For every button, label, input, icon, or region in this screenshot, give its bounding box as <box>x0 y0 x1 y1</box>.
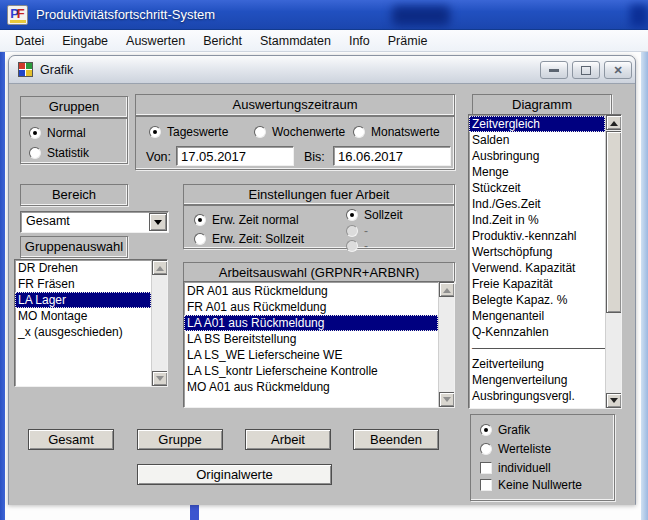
list-item[interactable]: Mengenanteil <box>469 308 605 324</box>
radio-icon[interactable] <box>480 443 492 455</box>
menu-item[interactable]: Info <box>340 31 379 51</box>
menu-item[interactable]: Eingabe <box>53 31 117 51</box>
list-item[interactable]: Produktiv.-kennzahl <box>469 228 605 244</box>
list-item[interactable]: Menge <box>469 164 605 180</box>
radio-option[interactable]: Tageswerte <box>149 125 228 139</box>
radio-option[interactable]: Erw. Zeit: Sollzeit <box>194 232 304 246</box>
background-artifact <box>190 505 199 520</box>
main-titlebar: PF Produktivitätsfortschritt-System <box>0 0 648 30</box>
list-item[interactable]: LA LS_kontr Lieferscheine Kontrolle <box>184 363 438 379</box>
beenden-button[interactable]: Beenden <box>353 429 439 450</box>
radio-icon[interactable] <box>29 127 41 139</box>
radio-option[interactable]: Werteliste <box>480 442 551 456</box>
list-item[interactable]: Ind./Ges.Zeit <box>469 196 605 212</box>
radio-option[interactable]: Statistik <box>29 146 89 160</box>
gruppenauswahl-scrollbar[interactable] <box>151 260 167 386</box>
list-item[interactable]: LA A01 aus Rückmeldung <box>184 315 438 331</box>
app-icon-decoration <box>10 20 26 23</box>
radio-icon[interactable] <box>194 233 206 245</box>
radio-icon[interactable] <box>29 147 41 159</box>
list-item[interactable]: LA Lager <box>15 292 151 308</box>
list-item[interactable]: Salden <box>469 132 605 148</box>
arbeit-button[interactable]: Arbeit <box>245 429 331 450</box>
scrollbar-thumb[interactable] <box>606 131 622 313</box>
radio-option[interactable]: Grafik <box>480 423 530 437</box>
radio-icon[interactable] <box>353 126 365 138</box>
option-label: Werteliste <box>498 442 551 456</box>
scroll-down-button[interactable] <box>439 392 455 407</box>
radio-icon[interactable] <box>346 240 358 252</box>
von-date-input[interactable] <box>176 146 294 166</box>
radio-icon[interactable] <box>346 225 358 237</box>
originalwerte-button[interactable]: Originalwerte <box>137 464 332 485</box>
list-item[interactable]: Verwend. Kapazität <box>469 260 605 276</box>
list-item[interactable]: LA LS_WE Lieferscheine WE <box>184 347 438 363</box>
checkbox-icon[interactable] <box>480 462 492 474</box>
radio-option[interactable]: Erw. Zeit normal <box>194 213 299 227</box>
maximize-button[interactable] <box>572 61 600 79</box>
radio-option[interactable]: - <box>346 224 368 238</box>
radio-option[interactable]: Sollzeit <box>346 208 403 222</box>
scroll-up-button[interactable] <box>439 282 455 297</box>
grafik-titlebar[interactable]: Grafik ✕ <box>9 56 635 84</box>
list-item[interactable]: LA BS Bereitstellung <box>184 331 438 347</box>
grafik-window-icon <box>18 62 33 77</box>
radio-icon[interactable] <box>254 126 266 138</box>
list-item[interactable]: DR Drehen <box>15 260 151 276</box>
diagramm-listbox[interactable]: ZeitvergleichSaldenAusbringungMengeStück… <box>468 114 622 409</box>
list-item[interactable]: MO A01 aus Rückmeldung <box>184 379 438 395</box>
einstellungen-panel: Erw. Zeit normalErw. Zeit: Sollzeit Soll… <box>183 205 455 249</box>
radio-option[interactable]: Wochenwerte <box>254 125 345 139</box>
scroll-down-button[interactable] <box>606 393 622 408</box>
scroll-up-button[interactable] <box>606 115 622 130</box>
diagramm-scrollbar[interactable] <box>605 115 621 408</box>
arbeitsauswahl-scrollbar[interactable] <box>438 282 454 407</box>
menu-item[interactable]: Stammdaten <box>251 31 340 51</box>
option-label: - <box>364 224 368 238</box>
gruppenauswahl-listbox[interactable]: DR DrehenFR FräsenLA LagerMO Montage_x (… <box>14 259 168 387</box>
bis-date-input[interactable] <box>333 146 451 166</box>
radio-icon[interactable] <box>480 424 492 436</box>
minimize-button[interactable] <box>540 61 568 79</box>
radio-icon[interactable] <box>194 214 206 226</box>
radio-option[interactable]: - <box>346 239 368 253</box>
window-frame-left <box>0 52 5 520</box>
list-item[interactable]: Ind.Zeit in % <box>469 212 605 228</box>
list-item[interactable]: Freie Kapazität <box>469 276 605 292</box>
list-item[interactable]: Ausbringung <box>469 148 605 164</box>
list-item[interactable]: DR A01 aus Rückmeldung <box>184 283 438 299</box>
list-item[interactable]: Belegte Kapaz. % <box>469 292 605 308</box>
radio-option[interactable]: Normal <box>29 126 86 140</box>
radio-icon[interactable] <box>346 209 358 221</box>
close-button[interactable]: ✕ <box>604 61 632 79</box>
menu-item[interactable]: Datei <box>6 31 53 51</box>
menu-item[interactable]: Auswerten <box>117 31 194 51</box>
menu-item[interactable]: Bericht <box>194 31 251 51</box>
menu-item[interactable]: Prämie <box>379 31 437 51</box>
radio-option[interactable]: Monatswerte <box>353 125 440 139</box>
list-item[interactable]: FR A01 aus Rückmeldung <box>184 299 438 315</box>
scroll-down-button[interactable] <box>152 371 168 386</box>
list-item[interactable]: Wertschöpfung <box>469 244 605 260</box>
list-item[interactable]: Mengenverteilung <box>469 372 605 388</box>
radio-icon[interactable] <box>149 126 161 138</box>
dropdown-button[interactable] <box>149 213 167 231</box>
menu-bar: DateiEingabeAuswertenBerichtStammdatenIn… <box>0 30 648 52</box>
checkbox-option[interactable]: Keine Nullwerte <box>480 478 582 492</box>
triangle-up-icon <box>443 284 451 293</box>
list-item[interactable]: _x (ausgeschieden) <box>15 324 151 340</box>
list-item[interactable]: Q-Kennzahlen <box>469 324 605 340</box>
list-item[interactable]: Zeitvergleich <box>469 116 605 132</box>
list-item[interactable]: Stückzeit <box>469 180 605 196</box>
bereich-dropdown[interactable]: Gesamt <box>20 211 169 233</box>
checkbox-option[interactable]: individuell <box>480 461 551 475</box>
list-item[interactable]: Zeitverteilung <box>469 356 605 372</box>
list-item[interactable]: Ausbringungsvergl. <box>469 388 605 404</box>
list-item[interactable]: MO Montage <box>15 308 151 324</box>
gesamt-button[interactable]: Gesamt <box>28 429 114 450</box>
arbeitsauswahl-listbox[interactable]: DR A01 aus RückmeldungFR A01 aus Rückmel… <box>183 281 455 408</box>
checkbox-icon[interactable] <box>480 479 492 491</box>
list-item[interactable]: FR Fräsen <box>15 276 151 292</box>
scroll-up-button[interactable] <box>152 260 168 275</box>
gruppe-button[interactable]: Gruppe <box>137 429 223 450</box>
